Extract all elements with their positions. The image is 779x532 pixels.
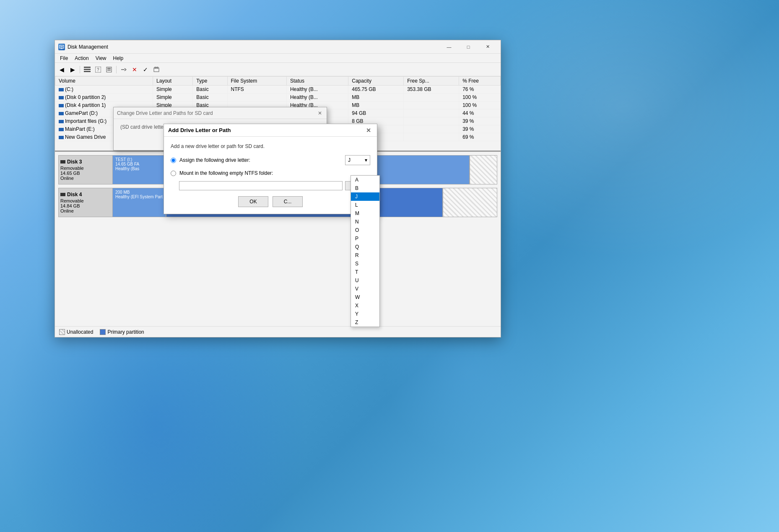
toolbar-disconnect[interactable]: ✕ bbox=[130, 65, 140, 75]
svg-rect-5 bbox=[84, 71, 91, 72]
dialog-add-subtitle: Add a new drive letter or path for SD ca… bbox=[171, 143, 370, 149]
cell-pct: 69 % bbox=[459, 133, 501, 141]
toolbar-properties[interactable] bbox=[151, 65, 161, 75]
dialog-add-close[interactable]: ✕ bbox=[364, 126, 373, 135]
toolbar-diskprops[interactable] bbox=[104, 65, 114, 75]
dialog-add-body: Add a new drive letter or path for SD ca… bbox=[164, 137, 377, 214]
svg-rect-9 bbox=[107, 68, 111, 69]
table-row[interactable]: (C:) Simple Basic NTFS Healthy (B... 465… bbox=[55, 86, 501, 93]
cell-capacity: 94 GB bbox=[348, 109, 404, 117]
col-status: Status bbox=[286, 77, 348, 86]
svg-rect-2 bbox=[61, 48, 62, 49]
radio-assign[interactable] bbox=[171, 158, 176, 163]
add-dialog-buttons: OK C... bbox=[171, 196, 370, 207]
menu-file[interactable]: File bbox=[57, 54, 71, 62]
col-freespace: Free Sp... bbox=[404, 77, 459, 86]
disk-4-name: Disk 4 bbox=[67, 192, 82, 197]
cell-type: Basic bbox=[193, 86, 227, 93]
cell-fs bbox=[227, 93, 286, 101]
disk-4-unallocated bbox=[443, 188, 497, 217]
drive-letter-select-wrapper: J ▾ bbox=[345, 155, 370, 165]
disk-3-type: Removable bbox=[60, 166, 111, 171]
cell-status: Healthy (B... bbox=[286, 93, 348, 101]
radio-mount[interactable] bbox=[171, 171, 176, 176]
col-type: Type bbox=[193, 77, 227, 86]
window-controls: — □ ✕ bbox=[439, 40, 497, 54]
svg-rect-4 bbox=[84, 69, 91, 70]
folder-input-row: Bro... bbox=[179, 181, 370, 190]
disk-3-status: Online bbox=[60, 176, 111, 181]
maximize-button[interactable]: □ bbox=[459, 40, 478, 54]
cell-volume: (C:) bbox=[55, 86, 153, 93]
disk-3-size: 14.65 GB bbox=[60, 171, 111, 176]
menu-view[interactable]: View bbox=[92, 54, 110, 62]
toolbar-forward[interactable]: ▶ bbox=[68, 65, 78, 75]
disk-4-part-efi[interactable]: 200 MB Healthy (EFI System Part bbox=[113, 188, 166, 217]
cell-pct: 44 % bbox=[459, 109, 501, 117]
cell-capacity: MB bbox=[348, 101, 404, 109]
toolbar-check[interactable]: ✓ bbox=[140, 65, 151, 75]
add-dialog-cancel[interactable]: C... bbox=[273, 196, 303, 207]
menu-bar: File Action View Help bbox=[55, 54, 501, 63]
toolbar-disklist[interactable] bbox=[82, 65, 92, 75]
col-filesystem: File System bbox=[227, 77, 286, 86]
cell-capacity: MB bbox=[348, 93, 404, 101]
legend-box-primary bbox=[100, 329, 106, 335]
part-status: Healthy (EFI System Part bbox=[115, 195, 163, 199]
dialog-change-title-text: Change Drive Letter and Paths for SD car… bbox=[117, 110, 213, 116]
cell-free bbox=[404, 93, 459, 101]
cell-pct: 39 % bbox=[459, 125, 501, 133]
toolbar-separator-1 bbox=[80, 66, 80, 73]
cell-pct: 100 % bbox=[459, 93, 501, 101]
app-icon bbox=[58, 44, 65, 50]
browse-button[interactable]: Bro... bbox=[345, 181, 370, 190]
drive-letter-dropdown-button[interactable]: J ▾ bbox=[345, 155, 370, 165]
cell-layout: Simple bbox=[153, 93, 193, 101]
svg-rect-10 bbox=[107, 70, 111, 70]
cell-fs: NTFS bbox=[227, 86, 286, 93]
cell-free bbox=[404, 109, 459, 117]
title-bar: Disk Management — □ ✕ bbox=[55, 40, 501, 54]
cell-pct: 100 % bbox=[459, 101, 501, 109]
menu-help[interactable]: Help bbox=[110, 54, 127, 62]
legend-unallocated: Unallocated bbox=[59, 329, 93, 335]
toolbar: ◀ ▶ ? ✕ ✓ bbox=[55, 63, 501, 76]
legend-bar: Unallocated Primary partition bbox=[55, 326, 501, 337]
col-pctfree: % Free bbox=[459, 77, 501, 86]
window-title: Disk Management bbox=[68, 44, 439, 50]
toolbar-separator-2 bbox=[116, 66, 117, 73]
col-capacity: Capacity bbox=[348, 77, 404, 86]
dialog-change-title-bar: Change Drive Letter and Paths for SD car… bbox=[114, 107, 327, 119]
col-volume: Volume bbox=[55, 77, 153, 86]
svg-line-13 bbox=[125, 70, 126, 71]
svg-rect-3 bbox=[84, 67, 91, 68]
dialog-add-title-bar: Add Drive Letter or Path ✕ bbox=[164, 124, 377, 137]
dialog-change-close[interactable]: ✕ bbox=[317, 110, 323, 117]
disk-4-size: 14.84 GB bbox=[60, 203, 111, 208]
cell-free bbox=[404, 133, 459, 141]
cell-capacity: 465.75 GB bbox=[348, 86, 404, 93]
toolbar-help[interactable]: ? bbox=[93, 65, 103, 75]
col-layout: Layout bbox=[153, 77, 193, 86]
cell-free: 353.38 GB bbox=[404, 86, 459, 93]
dialog-add-drive-letter[interactable]: Add Drive Letter or Path ✕ Add a new dri… bbox=[164, 124, 377, 214]
close-button[interactable]: ✕ bbox=[478, 40, 497, 54]
cell-free bbox=[404, 125, 459, 133]
part-size: 200 MB bbox=[115, 190, 163, 195]
minimize-button[interactable]: — bbox=[439, 40, 459, 54]
legend-primary: Primary partition bbox=[100, 329, 144, 335]
table-row[interactable]: (Disk 0 partition 2) Simple Basic Health… bbox=[55, 93, 501, 101]
selected-letter: J bbox=[348, 157, 351, 163]
toolbar-back[interactable]: ◀ bbox=[57, 65, 67, 75]
toolbar-connect[interactable] bbox=[119, 65, 129, 75]
dropdown-arrow-icon: ▾ bbox=[365, 157, 367, 163]
add-dialog-ok[interactable]: OK bbox=[238, 196, 268, 207]
menu-action[interactable]: Action bbox=[71, 54, 92, 62]
cell-type: Basic bbox=[193, 93, 227, 101]
radio-assign-label: Assign the following drive letter: bbox=[179, 157, 250, 163]
folder-path-input[interactable] bbox=[179, 181, 343, 190]
disk-4-label: Disk 4 Removable 14.84 GB Online bbox=[58, 188, 113, 217]
cell-pct: 39 % bbox=[459, 117, 501, 125]
disk-3-name: Disk 3 bbox=[67, 159, 82, 165]
radio-mount-label: Mount in the following empty NTFS folder… bbox=[179, 170, 273, 176]
